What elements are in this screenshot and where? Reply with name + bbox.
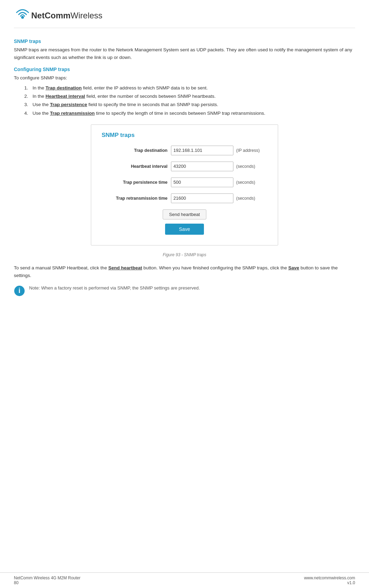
svg-point-0 <box>21 16 24 19</box>
svg-text:i: i <box>18 287 20 294</box>
note-text: Note: When a factory reset is performed … <box>29 285 200 292</box>
configuring-snmp-heading: Configuring SNMP traps <box>14 67 355 72</box>
configuration-steps: 1. In the Trap destination field, enter … <box>24 84 355 118</box>
step-2: 2. In the Heartbeat interval field, ente… <box>24 92 355 101</box>
trap-persistence-input[interactable] <box>171 178 233 187</box>
footer-version: v1.0 <box>347 580 355 585</box>
trap-retransmission-label: Trap retransmission time <box>102 196 171 201</box>
snmp-form-box: SNMP traps Trap destination (IP address)… <box>91 124 278 245</box>
step-1: 1. In the Trap destination field, enter … <box>24 84 355 92</box>
save-button-row: Save <box>102 224 267 235</box>
step-3: 3. Use the Trap persistence field to spe… <box>24 101 355 109</box>
header: NetCommWireless <box>14 7 355 28</box>
trap-retransmission-input[interactable] <box>171 193 233 203</box>
snmp-traps-heading: SNMP traps <box>14 38 355 44</box>
term-trap-destination: Trap destination <box>45 85 81 90</box>
page-footer: NetComm Wireless 4G M2M Router 80 www.ne… <box>0 572 369 588</box>
send-heartbeat-button[interactable]: Send heartbeat <box>163 209 207 219</box>
heartbeat-interval-unit: (seconds) <box>236 164 255 169</box>
logo-text: NetCommWireless <box>31 11 102 20</box>
term-heartbeat-interval: Heartbeat interval <box>45 94 85 99</box>
post-form-instructions: To send a manual SNMP Heartbeat, click t… <box>14 264 355 279</box>
step-4: 4. Use the Trap retransmission time to s… <box>24 109 355 118</box>
note-box: i Note: When a factory reset is performe… <box>14 285 355 296</box>
send-heartbeat-row: Send heartbeat <box>102 209 267 219</box>
heartbeat-interval-row: Heartbeat interval (seconds) <box>102 162 267 171</box>
configuring-snmp-intro: To configure SNMP traps: <box>14 74 355 82</box>
trap-persistence-unit: (seconds) <box>236 180 255 185</box>
trap-destination-unit: (IP address) <box>236 148 260 153</box>
footer-website: www.netcommwireless.com <box>304 576 355 580</box>
snmp-form-title: SNMP traps <box>102 132 267 139</box>
footer-page: 80 <box>14 580 80 585</box>
footer-right: www.netcommwireless.com v1.0 <box>304 576 355 585</box>
save-button[interactable]: Save <box>165 224 204 235</box>
term-send-heartbeat: Send heartbeat <box>108 265 142 270</box>
trap-persistence-label: Trap persistence time <box>102 180 171 185</box>
heartbeat-interval-label: Heartbeat interval <box>102 164 171 169</box>
heartbeat-interval-input[interactable] <box>171 162 233 171</box>
term-trap-persistence: Trap persistence <box>50 102 87 107</box>
trap-destination-row: Trap destination (IP address) <box>102 146 267 155</box>
footer-product: NetComm Wireless 4G M2M Router <box>14 576 80 580</box>
trap-retransmission-row: Trap retransmission time (seconds) <box>102 193 267 203</box>
footer-left: NetComm Wireless 4G M2M Router 80 <box>14 576 80 585</box>
trap-destination-label: Trap destination <box>102 148 171 153</box>
trap-retransmission-unit: (seconds) <box>236 196 255 201</box>
trap-destination-input[interactable] <box>171 146 233 155</box>
trap-persistence-row: Trap persistence time (seconds) <box>102 178 267 187</box>
term-trap-retransmission: Trap retransmission <box>50 111 95 116</box>
info-icon: i <box>14 285 25 296</box>
figure-caption: Figure 93 - SNMP traps <box>14 252 355 257</box>
snmp-traps-body: SNMP traps are messages from the router … <box>14 46 355 61</box>
netcomm-logo-icon <box>14 7 31 24</box>
term-save: Save <box>288 265 299 270</box>
